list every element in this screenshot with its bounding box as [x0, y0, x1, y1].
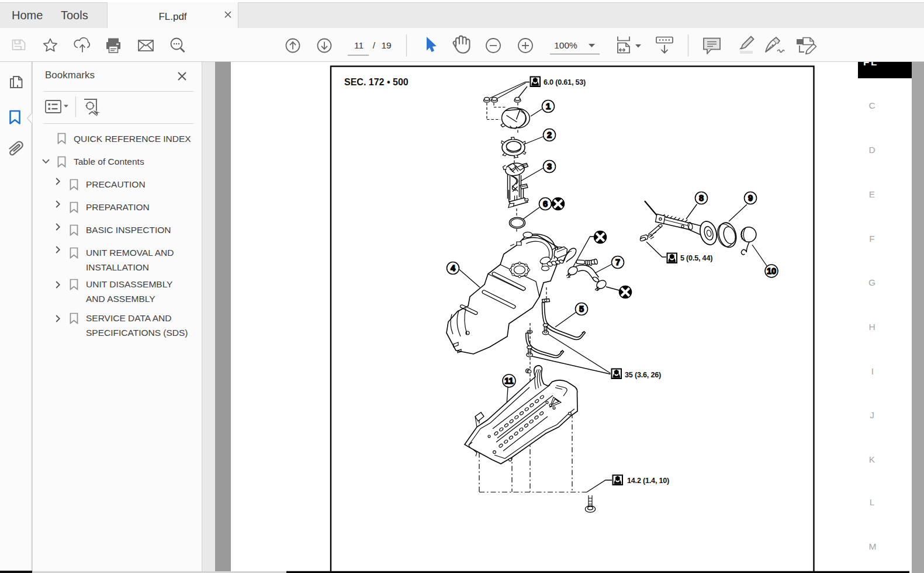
svg-text:G: G: [868, 277, 875, 287]
svg-text:9: 9: [748, 193, 753, 203]
svg-text:2: 2: [547, 130, 552, 140]
svg-text:10: 10: [767, 266, 776, 276]
svg-text:J: J: [870, 410, 874, 420]
svg-text:3: 3: [547, 162, 552, 171]
svg-text:C: C: [868, 100, 875, 110]
svg-text:K: K: [869, 454, 875, 464]
svg-text:8: 8: [699, 193, 704, 203]
svg-text:6: 6: [543, 199, 548, 209]
svg-text:/: /: [373, 40, 376, 50]
svg-text:SEC. 172 • 500: SEC. 172 • 500: [344, 77, 409, 87]
svg-text:4: 4: [451, 263, 455, 273]
svg-text:14.2 (1.4, 10): 14.2 (1.4, 10): [627, 477, 669, 485]
svg-text:35 (3.6, 26): 35 (3.6, 26): [625, 371, 661, 379]
svg-text:19: 19: [381, 40, 391, 50]
svg-text:5: 5: [579, 304, 584, 314]
svg-text:I: I: [871, 366, 874, 376]
svg-text:1: 1: [546, 102, 551, 111]
svg-text:L: L: [870, 497, 875, 507]
svg-text:100%: 100%: [554, 40, 577, 50]
svg-text:6.0 (0.61, 53): 6.0 (0.61, 53): [544, 78, 586, 86]
svg-text:5 (0.5, 44): 5 (0.5, 44): [680, 254, 712, 262]
svg-text:F: F: [869, 234, 874, 244]
svg-text:11: 11: [504, 376, 513, 386]
svg-text:M: M: [869, 541, 877, 551]
svg-text:D: D: [868, 145, 875, 155]
svg-text:H: H: [868, 322, 875, 332]
svg-text:7: 7: [615, 258, 620, 267]
svg-text:11: 11: [354, 40, 364, 50]
svg-text:E: E: [869, 189, 875, 199]
